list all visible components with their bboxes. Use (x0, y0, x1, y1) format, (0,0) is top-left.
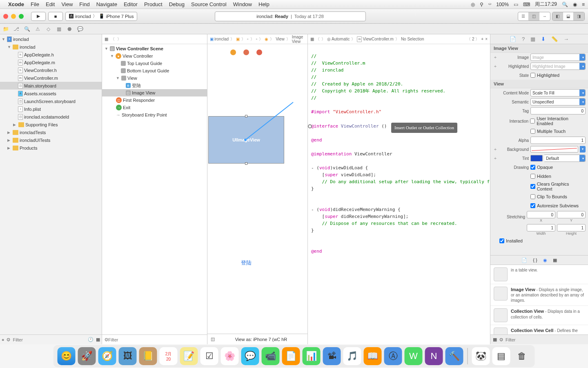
attributes-inspector-icon[interactable]: ⬇ (541, 36, 546, 42)
library-filter[interactable] (506, 337, 586, 342)
facetime-app[interactable]: 📹 (262, 347, 280, 365)
lib-item-imageview[interactable]: Image View - Displays a single image, or… (490, 284, 588, 306)
vc-row[interactable]: ▼●View Controller (102, 52, 207, 60)
launchpad-app[interactable]: 🚀 (78, 347, 96, 365)
onenote-app[interactable]: N (425, 347, 443, 365)
test-navigator-icon[interactable]: ◇ (45, 26, 51, 32)
messages-app[interactable]: 💬 (241, 347, 259, 365)
file-appdelegate-h[interactable]: hAppDelegate.h (0, 51, 102, 58)
add-bg-icon[interactable]: + (493, 147, 498, 152)
group-ironclad[interactable]: ▼ironclad (0, 43, 102, 51)
related-items-icon[interactable]: ▦ (310, 37, 314, 41)
cc-icon[interactable]: ◎ (471, 2, 475, 7)
back-icon[interactable]: 〈 (316, 36, 320, 42)
zoom-button[interactable] (19, 14, 24, 19)
back-icon[interactable]: 〈 (111, 36, 115, 42)
alpha-field[interactable]: 1 (530, 137, 586, 144)
image-combo[interactable]: Image▾ (530, 54, 586, 61)
canvas-jump-bar[interactable]: ▣ ironclad〉 ▣〉 ▫〉 ▫〉 ◉〉 View〉 Image View (207, 34, 307, 44)
bluetooth-icon[interactable]: ⚲ (480, 2, 483, 7)
tlg-row[interactable]: Top Layout Guide (102, 60, 207, 67)
assistant-editor[interactable]: ◫ (529, 12, 539, 20)
run-button[interactable]: ▶ (31, 12, 46, 21)
ib-canvas[interactable]: ▣ ironclad〉 ▣〉 ▫〉 ▫〉 ◉〉 View〉 Image View… (207, 34, 307, 344)
photos-app[interactable]: 🌸 (221, 347, 239, 365)
file-xcdatamodel[interactable]: ◫ironclad.xcdatamodeld (0, 113, 102, 121)
file-inspector-icon[interactable]: 📄 (510, 36, 516, 42)
identity-inspector-icon[interactable]: ▦ (530, 36, 535, 42)
menu-product[interactable]: Product (144, 1, 163, 7)
menu-navigate[interactable]: Navigate (96, 1, 117, 7)
forward-icon[interactable]: 〉 (117, 36, 121, 42)
notes-app[interactable]: 📝 (180, 347, 198, 365)
clock[interactable]: 周二17:29 (535, 1, 557, 8)
appstore-app[interactable]: Ⓐ (384, 347, 402, 365)
content-mode-combo[interactable]: Scale To Fill▾ (530, 89, 586, 96)
project-root[interactable]: ▼Xironclad (0, 35, 102, 43)
tint-colorwell[interactable] (530, 155, 543, 162)
keynote-app[interactable]: 📽 (323, 347, 341, 365)
canvas-bottom-bar[interactable]: ◫ View as: iPhone 7 (wC hR (207, 334, 307, 344)
menu-view[interactable]: View (61, 1, 73, 7)
file-assets[interactable]: AAssets.xcassets (0, 90, 102, 97)
uie-checkbox[interactable] (530, 119, 535, 123)
trash-icon[interactable]: 🗑 (513, 347, 531, 365)
imgview-row[interactable]: ◫Image View (102, 89, 207, 96)
outline-toggle-icon[interactable]: ◫ (211, 337, 215, 342)
menu-help[interactable]: Help (258, 1, 270, 7)
doc-stack[interactable]: ▤ (492, 347, 510, 365)
contacts-app[interactable]: 📒 (139, 347, 157, 365)
tint-combo[interactable]: Default▾ (544, 155, 586, 162)
menu-file[interactable]: File (31, 1, 39, 7)
add-highlighted-icon[interactable]: + (493, 64, 498, 69)
media-library-icon[interactable]: ▦ (553, 258, 557, 263)
group-uitests[interactable]: ▶ironcladUITests (0, 136, 102, 144)
forward-icon[interactable]: 〉 (321, 36, 325, 42)
xcode-app[interactable]: 🔨 (445, 347, 463, 365)
stop-button[interactable]: ■ (48, 12, 63, 21)
menu-edit[interactable]: Edit (46, 1, 55, 7)
safari-app[interactable]: 🧭 (98, 347, 116, 365)
version-editor[interactable]: ↔ (539, 12, 550, 20)
siri-icon[interactable]: ◉ (573, 2, 577, 7)
input-icon[interactable]: ⌨ (523, 2, 530, 7)
tag-field[interactable]: 0 (530, 107, 586, 114)
related-icon[interactable]: ▦ (105, 37, 108, 41)
phone-canvas[interactable]: UIImageView 登陆 (208, 44, 284, 334)
outline-jump-bar[interactable]: ▦ 〈 〉 (102, 34, 207, 44)
preview-app[interactable]: 🖼 (119, 347, 137, 365)
finder-app[interactable]: 😊 (58, 347, 76, 365)
stretch-h-field[interactable]: 1 (557, 224, 586, 231)
opaque-checkbox[interactable] (530, 165, 535, 170)
uiimageview-element[interactable]: UIImageView (208, 116, 284, 164)
reminders-app[interactable]: ☑ (200, 347, 218, 365)
add-tint-icon[interactable]: + (493, 156, 498, 161)
add-image-icon[interactable]: + (493, 55, 498, 60)
file-launchscreen[interactable]: ◫LaunchScreen.storyboard (0, 97, 102, 105)
wps-app[interactable]: W (405, 347, 423, 365)
view-as-label[interactable]: View as: iPhone 7 (wC hR (235, 337, 287, 342)
file-info-plist[interactable]: iInfo.plist (0, 105, 102, 113)
standard-editor[interactable]: ☰ (518, 12, 529, 20)
editor-mode-control[interactable]: ☰ ◫ ↔ (518, 12, 550, 21)
background-colorwell[interactable] (530, 146, 578, 153)
file-template-icon[interactable]: 📄 (521, 258, 527, 263)
lib-item-collectionviewcell[interactable]: Collection View Cell - Defines the attri… (490, 325, 588, 334)
project-navigator-icon[interactable]: 📁 (2, 26, 9, 32)
file-main-storyboard[interactable]: ◫Main.storyboard (0, 82, 102, 90)
numbers-app[interactable]: 📊 (303, 347, 321, 365)
close-button[interactable] (3, 14, 8, 19)
pages-app[interactable]: 📄 (282, 347, 300, 365)
highlighted-checkbox[interactable] (530, 73, 535, 78)
group-supporting[interactable]: ▶Supporting Files (0, 121, 102, 128)
mt-checkbox[interactable] (530, 129, 535, 134)
battery-icon[interactable]: ▭ (514, 2, 518, 7)
calendar-app[interactable]: 2月20 (160, 347, 178, 365)
lib-view-icon[interactable]: ▦ (493, 337, 497, 342)
add-icon[interactable]: + (2, 337, 4, 342)
recent-filter-icon[interactable]: 🕐 (88, 337, 94, 342)
exit-row[interactable]: →Exit (102, 104, 207, 111)
panda-folder[interactable]: 🐼 (472, 347, 490, 365)
right-panel-toggle[interactable]: ◨ (574, 12, 584, 20)
view-row[interactable]: ▼View (102, 74, 207, 82)
